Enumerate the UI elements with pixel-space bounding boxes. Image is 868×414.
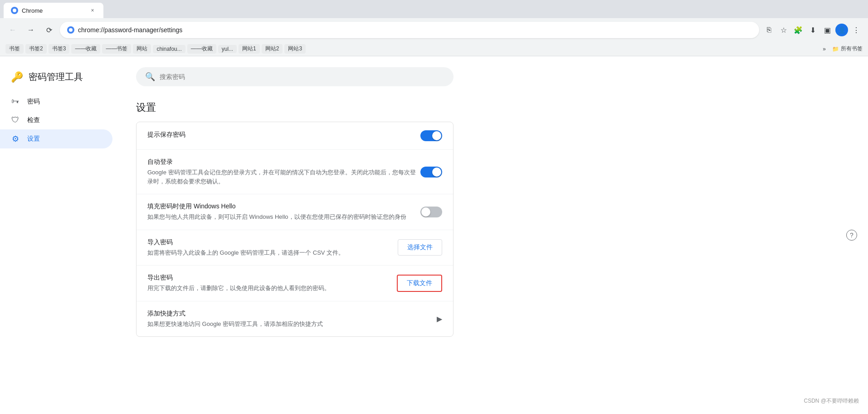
- setting-row-suggest-save: 提示保存密码: [137, 122, 453, 150]
- setting-row-windows-hello: 填充密码时使用 Windows Hello 如果您与他人共用此设备，则可以开启 …: [137, 194, 453, 230]
- sidebar-item-settings[interactable]: ⚙ 设置: [0, 129, 112, 148]
- reload-button[interactable]: ⟳: [42, 23, 56, 37]
- passwords-icon: 🗝: [11, 97, 20, 106]
- watermark: CSDN @不要哔哔赖赖: [804, 397, 859, 405]
- cast-icon[interactable]: ⎘: [763, 24, 775, 36]
- suggest-save-thumb: [432, 131, 441, 140]
- bookmark-item-3[interactable]: 书签3: [49, 44, 70, 54]
- suggest-save-track[interactable]: [420, 130, 442, 141]
- bookmark-item-5[interactable]: ——书签: [102, 44, 131, 54]
- windows-hello-label: 填充密码时使用 Windows Hello: [147, 202, 420, 211]
- add-shortcut-chevron-icon: ▶: [437, 315, 442, 323]
- sidebar-item-settings-label: 设置: [27, 135, 40, 143]
- auto-signin-desc: Google 密码管理工具会记住您的登录方式，并在可能的情况下自动为您登录。关闭…: [147, 168, 420, 186]
- auto-signin-toggle[interactable]: [420, 167, 442, 177]
- import-password-label: 导入密码: [147, 238, 398, 246]
- setting-info-auto-signin: 自动登录 Google 密码管理工具会记住您的登录方式，并在可能的情况下自动为您…: [147, 158, 420, 186]
- sidebar-header: 🔑 密码管理工具: [0, 65, 118, 89]
- settings-section-title: 设置: [136, 101, 850, 114]
- add-shortcut-desc: 如果想更快速地访问 Google 密码管理工具，请添加相应的快捷方式: [147, 320, 437, 329]
- bookmarks-folder-icon[interactable]: 📁: [832, 46, 839, 52]
- setting-info-windows-hello: 填充密码时使用 Windows Hello 如果您与他人共用此设备，则可以开启 …: [147, 202, 420, 222]
- logo-key-icon: 🔑: [11, 71, 23, 83]
- help-icon[interactable]: ?: [846, 230, 857, 241]
- select-file-button[interactable]: 选择文件: [398, 239, 442, 256]
- bookmark-item-11[interactable]: 网站2: [262, 44, 283, 54]
- settings-icon: ⚙: [11, 134, 20, 144]
- suggest-save-toggle[interactable]: [420, 130, 442, 141]
- sidebar-icon[interactable]: ▣: [821, 24, 834, 36]
- tab-close-button[interactable]: ×: [89, 7, 96, 14]
- forward-button[interactable]: →: [24, 23, 38, 37]
- setting-row-import-password: 导入密码 如需将密码导入此设备上的 Google 密码管理工具，请选择一个 CS…: [137, 230, 453, 266]
- setting-row-export-password: 导出密码 用完下载的文件后，请删除它，以免使用此设备的他人看到您的密码。 下载文…: [137, 266, 453, 301]
- sidebar-item-passwords-label: 密码: [27, 98, 40, 106]
- checkup-icon: 🛡: [11, 115, 20, 125]
- extensions-icon[interactable]: 🧩: [792, 24, 805, 36]
- export-password-label: 导出密码: [147, 274, 397, 282]
- bookmark-item-9[interactable]: yul...: [218, 45, 237, 53]
- sidebar-item-checkup-label: 检查: [27, 116, 40, 124]
- windows-hello-thumb: [421, 207, 430, 217]
- sidebar-logo: 🔑: [11, 71, 23, 83]
- sidebar-title: 密码管理工具: [29, 71, 83, 83]
- sidebar-item-passwords[interactable]: 🗝 密码: [0, 92, 112, 111]
- auto-signin-track[interactable]: [420, 167, 442, 177]
- menu-icon[interactable]: ⋮: [850, 24, 863, 36]
- windows-hello-desc: 如果您与他人共用此设备，则可以开启 Windows Hello，以便在您使用已保…: [147, 212, 420, 222]
- tab-bar: Chrome ×: [0, 0, 868, 18]
- sidebar: 🔑 密码管理工具 🗝 密码 🛡 检查 ⚙ 设置: [0, 56, 118, 414]
- auto-signin-label: 自动登录: [147, 158, 420, 166]
- setting-info-export-password: 导出密码 用完下载的文件后，请删除它，以免使用此设备的他人看到您的密码。: [147, 274, 397, 293]
- all-bookmarks-label[interactable]: 所有书签: [841, 45, 863, 53]
- browser-frame: Chrome × ← → ⟳ chrome://password-manager…: [0, 0, 868, 56]
- export-password-desc: 用完下载的文件后，请删除它，以免使用此设备的他人看到您的密码。: [147, 284, 397, 293]
- search-icon: 🔍: [145, 72, 155, 82]
- setting-info-suggest-save: 提示保存密码: [147, 131, 420, 141]
- windows-hello-toggle[interactable]: [420, 207, 442, 217]
- nav-bar: ← → ⟳ chrome://password-manager/settings…: [0, 18, 868, 42]
- bookmark-item-4[interactable]: ——收藏: [71, 44, 100, 54]
- bookmark-item-12[interactable]: 网站3: [284, 44, 306, 54]
- bookmark-icon[interactable]: ☆: [777, 24, 790, 36]
- bookmark-item-2[interactable]: 书签2: [25, 44, 47, 54]
- setting-info-add-shortcut: 添加快捷方式 如果想更快速地访问 Google 密码管理工具，请添加相应的快捷方…: [147, 310, 437, 329]
- download-icon[interactable]: ⬇: [806, 24, 819, 36]
- bookmarks-bar: 书签 书签2 书签3 ——收藏 ——书签 网站 chinafou... ——收藏…: [0, 42, 868, 56]
- search-bar: 🔍: [136, 67, 454, 86]
- sidebar-item-checkup[interactable]: 🛡 检查: [0, 111, 112, 129]
- settings-card: 提示保存密码 自动登录 Google 密码管理工具会记住您的登录方式，并在可能的…: [136, 122, 454, 337]
- main-content: 🔍 设置 提示保存密码 自动登录 Go: [118, 56, 868, 414]
- setting-row-auto-signin: 自动登录 Google 密码管理工具会记住您的登录方式，并在可能的情况下自动为您…: [137, 150, 453, 194]
- bookmarks-more[interactable]: »: [820, 45, 829, 53]
- add-shortcut-label: 添加快捷方式: [147, 310, 437, 318]
- bookmark-item-6[interactable]: 网站: [133, 44, 151, 54]
- sidebar-nav: 🗝 密码 🛡 检查 ⚙ 设置: [0, 92, 118, 148]
- address-text: chrome://password-manager/settings: [78, 26, 752, 34]
- tab-label: Chrome: [22, 7, 43, 14]
- bookmark-item-8[interactable]: ——收藏: [187, 44, 216, 54]
- windows-hello-track[interactable]: [420, 207, 442, 217]
- address-favicon: [67, 26, 74, 34]
- tab-favicon: [11, 7, 18, 14]
- setting-row-add-shortcut[interactable]: 添加快捷方式 如果想更快速地访问 Google 密码管理工具，请添加相应的快捷方…: [137, 301, 453, 337]
- suggest-save-label: 提示保存密码: [147, 131, 420, 139]
- download-file-button[interactable]: 下载文件: [397, 275, 442, 292]
- back-button[interactable]: ←: [5, 23, 20, 37]
- nav-actions: ⎘ ☆ 🧩 ⬇ ▣ 👤 ⋮: [763, 24, 863, 36]
- active-tab[interactable]: Chrome ×: [4, 3, 103, 18]
- import-password-desc: 如需将密码导入此设备上的 Google 密码管理工具，请选择一个 CSV 文件。: [147, 248, 398, 257]
- setting-info-import-password: 导入密码 如需将密码导入此设备上的 Google 密码管理工具，请选择一个 CS…: [147, 238, 398, 257]
- bookmark-item-7[interactable]: chinafou...: [153, 45, 185, 53]
- search-input[interactable]: [160, 73, 444, 80]
- bookmark-item-10[interactable]: 网站1: [239, 44, 260, 54]
- auto-signin-thumb: [432, 168, 441, 177]
- address-bar[interactable]: chrome://password-manager/settings: [60, 22, 759, 38]
- bookmark-item-1[interactable]: 书签: [5, 44, 24, 54]
- user-avatar[interactable]: 👤: [835, 24, 848, 36]
